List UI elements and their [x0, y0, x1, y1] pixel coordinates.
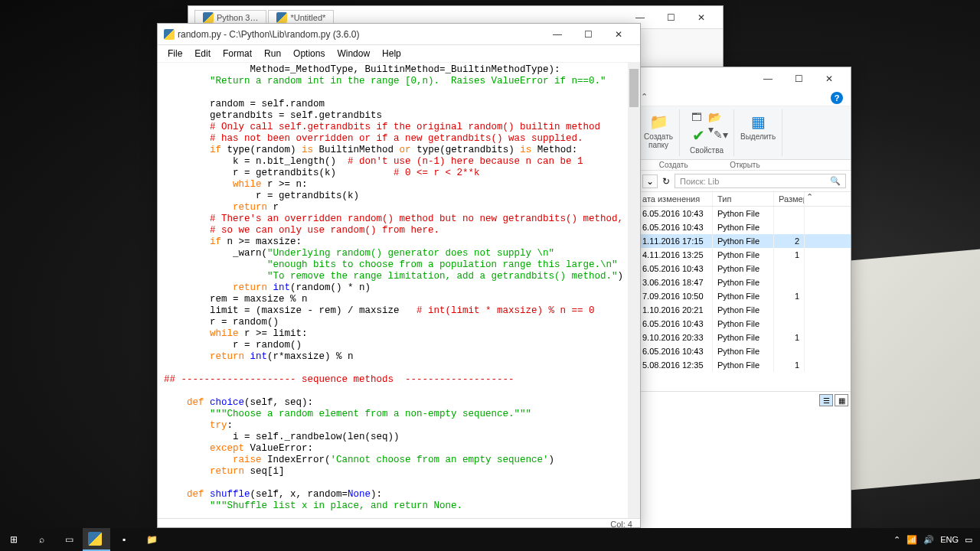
menu-format[interactable]: Format	[217, 47, 257, 60]
properties-icon[interactable]: 🗔	[691, 111, 705, 125]
refresh-icon[interactable]: ↻	[662, 176, 670, 187]
python-icon	[203, 12, 214, 23]
window-title: random.py - C:\Python\Lib\random.py (3.6…	[178, 29, 542, 40]
close-button[interactable]: ✕	[814, 68, 844, 90]
col-size[interactable]: Размер	[774, 192, 805, 206]
menu-options[interactable]: Options	[288, 47, 330, 60]
edit-icon[interactable]: ✎▾	[714, 129, 727, 142]
table-row[interactable]: 6.05.2016 10:43Python File	[638, 262, 851, 276]
table-row[interactable]: 6.05.2016 10:43Python File	[638, 344, 851, 358]
col-type[interactable]: Тип	[713, 192, 774, 206]
explorer-titlebar[interactable]: — ☐ ✕	[638, 67, 851, 90]
open-icon[interactable]: 📂▾	[708, 111, 722, 125]
table-row[interactable]: 3.06.2016 18:47Python File	[638, 276, 851, 289]
table-row[interactable]: 5.08.2016 12:35Python File1	[638, 358, 851, 372]
menu-file[interactable]: File	[162, 47, 188, 60]
table-row[interactable]: 9.10.2016 20:33Python File1	[638, 331, 851, 344]
taskbar-app-idle[interactable]	[83, 528, 110, 551]
vertical-scrollbar[interactable]	[628, 63, 640, 518]
search-input[interactable]: Поиск: Lib 🔍	[675, 174, 846, 188]
maximize-button[interactable]: ☐	[655, 7, 686, 28]
new-folder-icon: 📁	[646, 111, 671, 132]
close-button[interactable]: ✕	[603, 24, 634, 45]
column-headers[interactable]: ата изменения Тип Размер ⌃	[638, 192, 851, 207]
network-icon[interactable]: 📶	[906, 535, 917, 545]
language-indicator[interactable]: ENG	[940, 535, 959, 544]
python-icon	[164, 29, 175, 40]
table-row[interactable]: 1.11.2016 17:15Python File2	[638, 234, 851, 248]
ribbon-new-folder[interactable]: 📁 Создать папку	[638, 109, 680, 156]
idle-titlebar[interactable]: random.py - C:\Python\Lib\random.py (3.6…	[158, 24, 640, 45]
search-icon[interactable]: ⌕	[28, 528, 55, 551]
address-bar: ⌄ ↻ Поиск: Lib 🔍	[638, 171, 851, 192]
table-row[interactable]: 1.10.2016 20:21Python File	[638, 303, 851, 317]
taskbar-app-explorer[interactable]: 📁	[138, 528, 165, 551]
windows-taskbar: ⊞ ⌕ ▭ ▪ 📁 ⌃ 📶 🔊 ENG ▭	[0, 528, 980, 551]
ribbon-group-label: Открыть	[709, 160, 780, 170]
tab-label: Python 3…	[217, 13, 258, 22]
col-date[interactable]: ата изменения	[638, 192, 713, 206]
file-list[interactable]: ата изменения Тип Размер ⌃ 6.05.2016 10:…	[638, 192, 851, 391]
tab-label: *Untitled*	[290, 13, 325, 22]
view-mode-toggle[interactable]: ☰ ▦	[819, 394, 848, 406]
task-view-icon[interactable]: ▭	[55, 528, 83, 551]
maximize-button[interactable]: ☐	[573, 24, 603, 45]
menu-help[interactable]: Help	[377, 47, 407, 60]
explorer-ribbon: 📁 Создать папку 🗔 📂▾ ✔ ✎▾ Свойства ▦ Выд…	[638, 106, 851, 160]
menu-run[interactable]: Run	[259, 47, 286, 60]
start-button[interactable]: ⊞	[0, 528, 28, 551]
notifications-icon[interactable]: ▭	[965, 535, 972, 545]
taskbar-app-cmd[interactable]: ▪	[110, 528, 138, 551]
menu-edit[interactable]: Edit	[189, 47, 216, 60]
code-editor[interactable]: Method=_MethodType, BuiltinMethod=_Built…	[158, 63, 640, 518]
table-row[interactable]: 6.05.2016 10:43Python File	[638, 317, 851, 331]
menu-window[interactable]: Window	[332, 47, 375, 60]
chevron-up-icon[interactable]: ⌃	[805, 192, 814, 206]
table-row[interactable]: 6.05.2016 10:43Python File	[638, 207, 851, 220]
close-button[interactable]: ✕	[686, 7, 717, 28]
python-icon	[88, 532, 102, 546]
system-tray[interactable]: ⌃ 📶 🔊 ENG ▭	[886, 535, 980, 545]
chevron-up-icon[interactable]: ⌃	[641, 92, 648, 104]
chevron-down-icon[interactable]: ⌄	[642, 174, 658, 188]
ribbon-open-group: 🗔 📂▾ ✔ ✎▾ Свойства	[680, 109, 734, 156]
ribbon-group-label: Создать	[638, 160, 709, 170]
file-explorer-window: — ☐ ✕ ⌃ ? 📁 Создать папку 🗔 📂▾ ✔ ✎▾ Свой…	[637, 67, 851, 533]
details-view-icon[interactable]: ☰	[819, 394, 833, 406]
minimize-button[interactable]: —	[753, 68, 783, 90]
idle-editor-window: random.py - C:\Python\Lib\random.py (3.6…	[157, 23, 641, 528]
maximize-button[interactable]: ☐	[783, 68, 814, 90]
checkmark-icon[interactable]: ✔	[686, 125, 710, 146]
python-icon	[276, 12, 287, 23]
help-icon[interactable]: ?	[831, 92, 843, 104]
ribbon-select[interactable]: ▦ Выделить	[734, 109, 782, 156]
table-row[interactable]: 6.05.2016 10:43Python File	[638, 220, 851, 234]
tray-chevron-icon[interactable]: ⌃	[893, 535, 900, 545]
table-row[interactable]: 7.09.2016 10:50Python File1	[638, 289, 851, 303]
volume-icon[interactable]: 🔊	[923, 535, 934, 545]
select-all-icon: ▦	[746, 111, 770, 132]
scrollbar-thumb[interactable]	[629, 69, 639, 107]
minimize-button[interactable]: —	[542, 24, 573, 45]
icons-view-icon[interactable]: ▦	[835, 394, 848, 406]
menubar: File Edit Format Run Options Window Help	[158, 45, 640, 63]
search-icon[interactable]: 🔍	[830, 176, 841, 186]
table-row[interactable]: 4.11.2016 13:25Python File1	[638, 248, 851, 262]
